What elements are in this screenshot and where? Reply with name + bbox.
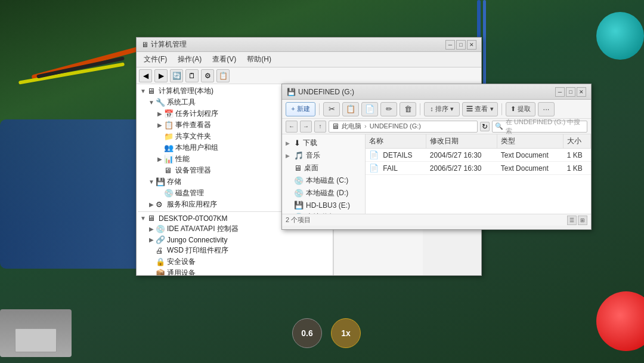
toolbar-back[interactable]: ◀ [139, 69, 152, 82]
view-button[interactable]: ☰ 查看 ▾ [462, 102, 498, 116]
extract-button[interactable]: ⬆ 提取 [506, 102, 535, 116]
tree-jungo[interactable]: ▶ 🔗 Jungo Connectivity [138, 235, 332, 245]
zoom-button[interactable]: 1x [331, 318, 361, 348]
explorer-controls: ─ □ ✕ [555, 87, 586, 97]
sidebar-drive-e[interactable]: 💾 HD-LBU3 (E:) [283, 199, 364, 211]
menu-file[interactable]: 文件(F) [139, 53, 172, 66]
sidebar-drive-f[interactable]: 💿 本地磁盘 (F:) [283, 211, 364, 214]
speed-value: 0.6 [301, 328, 312, 338]
minimize-button[interactable]: ─ [445, 40, 455, 50]
copy-button[interactable]: 📋 [342, 102, 359, 116]
toolbar-help2[interactable]: ⚙ [201, 69, 214, 82]
sidebar-downloads[interactable]: ▶ ⬇ 下载 [283, 137, 364, 149]
nav-up[interactable]: ↑ [314, 121, 326, 133]
col-name[interactable]: 名称 [366, 134, 426, 149]
file-size-fail: 1 KB [564, 162, 591, 175]
red-circle-decoration [596, 291, 644, 351]
tree-root-label: 计算机管理(本地) [159, 86, 213, 96]
file-modified-fail: 2006/5/27 16:30 [426, 162, 497, 175]
grid-view-btn[interactable]: ⊞ [578, 216, 587, 225]
sidebar-desktop[interactable]: 🖥 桌面 [283, 162, 364, 174]
speed-button[interactable]: 0.6 [292, 318, 322, 348]
toolbar-forward[interactable]: ▶ [154, 69, 168, 82]
file-row-fail[interactable]: 📄 FAIL 2006/5/27 16:30 Text Document 1 K… [366, 162, 591, 175]
explorer-minimize[interactable]: ─ [555, 87, 565, 97]
devmgr-controls: ─ □ ✕ [445, 40, 476, 50]
devmgr-title: 🖥 计算机管理 [141, 39, 187, 50]
paste-button[interactable]: 📄 [361, 102, 378, 116]
file-type-details: Text Document [497, 149, 564, 162]
rename-button[interactable]: ✏ [380, 102, 397, 116]
explorer-address-bar: ← → ↑ 🖥 此电脑 › UNDEFINED (G:) ↻ 🔍 在 UNDEF… [282, 119, 591, 134]
col-type[interactable]: 类型 [497, 134, 564, 149]
devmgr-title-icon: 🖥 [141, 41, 148, 49]
status-text: 2 个项目 [286, 216, 311, 224]
devmgr-titlebar: 🖥 计算机管理 ─ □ ✕ [137, 38, 481, 52]
toolbar-extra[interactable]: 📋 [216, 69, 230, 82]
sort-button[interactable]: ↕ 排序 ▾ [424, 102, 460, 116]
devmgr-title-text: 计算机管理 [151, 39, 187, 50]
sidebar-drive-d[interactable]: 💿 本地磁盘 (D:) [283, 187, 364, 199]
explorer-maximize[interactable]: □ [566, 87, 575, 97]
nav-back[interactable]: ← [286, 121, 298, 133]
explorer-body: ▶ ⬇ 下载 ▶ 🎵 音乐 🖥 桌面 💿 本地磁盘 (C:) [282, 134, 591, 214]
more-options[interactable]: ··· [538, 102, 555, 116]
tree-generic[interactable]: 📦 通用设备 [138, 267, 332, 275]
devmgr-toolbar: ◀ ▶ 🔄 🗒 ⚙ 📋 [137, 67, 481, 84]
menu-view[interactable]: 查看(V) [208, 53, 241, 66]
explorer-title: 💾 UNDEFINED (G:) [287, 88, 354, 96]
file-name-details: 📄 DETAILS [366, 149, 426, 162]
zoom-value: 1x [341, 328, 351, 338]
explorer-statusbar: 2 个项目 ☰ ⊞ [282, 214, 591, 226]
toolbar-properties[interactable]: 🗒 [185, 69, 199, 82]
list-view-btn[interactable]: ☰ [567, 216, 577, 225]
search-box[interactable]: 🔍 在 UNDEFINED (G:) 中搜索 [492, 121, 587, 133]
menu-action[interactable]: 操作(A) [173, 53, 206, 66]
file-row-details[interactable]: 📄 DETAILS 2004/5/27 16:30 Text Document … [366, 149, 591, 162]
toolbar-refresh[interactable]: 🔄 [170, 69, 183, 82]
new-button[interactable]: + 新建 [286, 102, 315, 116]
tree-wsd[interactable]: 🖨 WSD 打印组件程序 [138, 245, 332, 256]
refresh-button[interactable]: ↻ [480, 122, 490, 131]
view-buttons: ☰ ⊞ [567, 216, 587, 225]
file-name-fail: 📄 FAIL [366, 162, 426, 175]
menu-help[interactable]: 帮助(H) [242, 53, 276, 66]
cut-button[interactable]: ✂ [323, 102, 340, 116]
explorer-title-text: UNDEFINED (G:) [298, 88, 354, 96]
explorer-close[interactable]: ✕ [577, 87, 586, 97]
tree-security[interactable]: 🔒 安全设备 [138, 256, 332, 267]
file-explorer-window: 💾 UNDEFINED (G:) ─ □ ✕ + 新建 ✂ 📋 📄 ✏ 🗑 ↕ … [281, 84, 592, 230]
address-bar[interactable]: 🖥 此电脑 › UNDEFINED (G:) [329, 121, 478, 133]
col-size[interactable]: 大小 [564, 134, 591, 149]
explorer-title-icon: 💾 [287, 88, 296, 96]
explorer-toolbar: + 新建 ✂ 📋 📄 ✏ 🗑 ↕ 排序 ▾ ☰ 查看 ▾ ⬆ 提取 ··· [282, 100, 591, 119]
explorer-titlebar: 💾 UNDEFINED (G:) ─ □ ✕ [282, 84, 591, 100]
file-type-fail: Text Document [497, 162, 564, 175]
sidebar-drive-c[interactable]: 💿 本地磁盘 (C:) [283, 174, 364, 187]
file-table: 名称 修改日期 类型 大小 📄 DETAILS 2004/5/27 16:30 … [366, 134, 591, 175]
close-button[interactable]: ✕ [467, 40, 476, 50]
file-modified-details: 2004/5/27 16:30 [426, 149, 497, 162]
file-size-details: 1 KB [564, 149, 591, 162]
nav-forward[interactable]: → [300, 121, 312, 133]
delete-button[interactable]: 🗑 [400, 102, 416, 116]
sidebar-music[interactable]: ▶ 🎵 音乐 [283, 149, 364, 162]
teal-circle-decoration [596, 12, 644, 60]
thumbnail-preview [0, 309, 72, 357]
right-decoration [584, 0, 644, 363]
search-placeholder: 在 UNDEFINED (G:) 中搜索 [506, 118, 584, 136]
explorer-content: 名称 修改日期 类型 大小 📄 DETAILS 2004/5/27 16:30 … [366, 134, 591, 214]
col-modified[interactable]: 修改日期 [426, 134, 497, 149]
devmgr-menu-bar: 文件(F) 操作(A) 查看(V) 帮助(H) [137, 52, 481, 67]
maximize-button[interactable]: □ [456, 40, 466, 50]
explorer-sidebar: ▶ ⬇ 下载 ▶ 🎵 音乐 🖥 桌面 💿 本地磁盘 (C:) [282, 134, 366, 214]
